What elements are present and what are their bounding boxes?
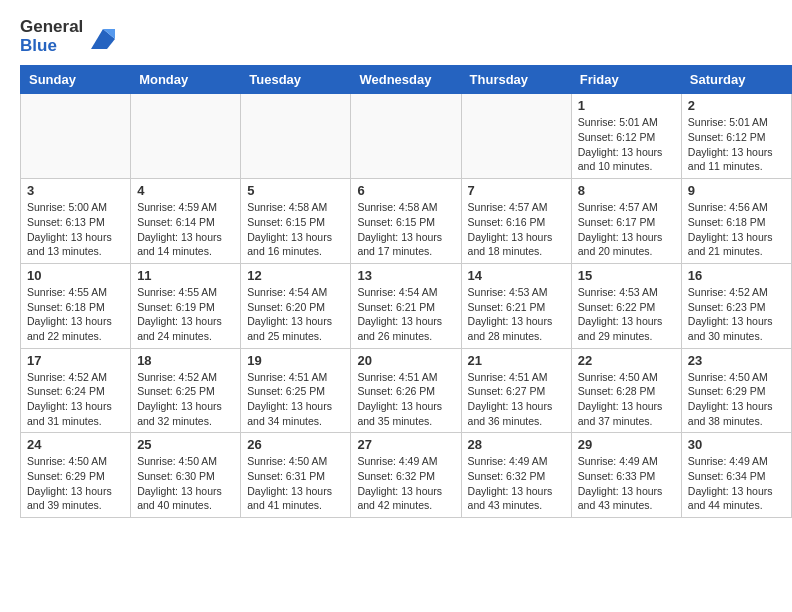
day-info: Sunrise: 4:56 AM Sunset: 6:18 PM Dayligh… bbox=[688, 200, 785, 259]
day-info: Sunrise: 4:51 AM Sunset: 6:26 PM Dayligh… bbox=[357, 370, 454, 429]
calendar-cell: 15Sunrise: 4:53 AM Sunset: 6:22 PM Dayli… bbox=[571, 263, 681, 348]
logo-general: General bbox=[20, 18, 83, 37]
logo-icon bbox=[87, 21, 119, 53]
calendar-week-1: 1Sunrise: 5:01 AM Sunset: 6:12 PM Daylig… bbox=[21, 94, 792, 179]
day-number: 25 bbox=[137, 437, 234, 452]
col-header-tuesday: Tuesday bbox=[241, 66, 351, 94]
day-info: Sunrise: 5:00 AM Sunset: 6:13 PM Dayligh… bbox=[27, 200, 124, 259]
logo: General Blue bbox=[20, 18, 119, 55]
calendar-cell: 5Sunrise: 4:58 AM Sunset: 6:15 PM Daylig… bbox=[241, 179, 351, 264]
calendar-cell: 26Sunrise: 4:50 AM Sunset: 6:31 PM Dayli… bbox=[241, 433, 351, 518]
calendar-cell bbox=[461, 94, 571, 179]
day-number: 10 bbox=[27, 268, 124, 283]
day-info: Sunrise: 4:50 AM Sunset: 6:29 PM Dayligh… bbox=[27, 454, 124, 513]
calendar-cell: 4Sunrise: 4:59 AM Sunset: 6:14 PM Daylig… bbox=[131, 179, 241, 264]
calendar-cell: 29Sunrise: 4:49 AM Sunset: 6:33 PM Dayli… bbox=[571, 433, 681, 518]
day-info: Sunrise: 4:53 AM Sunset: 6:21 PM Dayligh… bbox=[468, 285, 565, 344]
day-info: Sunrise: 4:57 AM Sunset: 6:16 PM Dayligh… bbox=[468, 200, 565, 259]
day-number: 19 bbox=[247, 353, 344, 368]
day-info: Sunrise: 4:49 AM Sunset: 6:33 PM Dayligh… bbox=[578, 454, 675, 513]
day-info: Sunrise: 4:49 AM Sunset: 6:32 PM Dayligh… bbox=[357, 454, 454, 513]
day-number: 27 bbox=[357, 437, 454, 452]
col-header-saturday: Saturday bbox=[681, 66, 791, 94]
day-number: 17 bbox=[27, 353, 124, 368]
day-info: Sunrise: 4:50 AM Sunset: 6:29 PM Dayligh… bbox=[688, 370, 785, 429]
day-number: 5 bbox=[247, 183, 344, 198]
calendar-cell: 10Sunrise: 4:55 AM Sunset: 6:18 PM Dayli… bbox=[21, 263, 131, 348]
day-info: Sunrise: 4:50 AM Sunset: 6:30 PM Dayligh… bbox=[137, 454, 234, 513]
calendar-cell: 2Sunrise: 5:01 AM Sunset: 6:12 PM Daylig… bbox=[681, 94, 791, 179]
day-info: Sunrise: 4:52 AM Sunset: 6:25 PM Dayligh… bbox=[137, 370, 234, 429]
calendar-table: SundayMondayTuesdayWednesdayThursdayFrid… bbox=[20, 65, 792, 518]
calendar-week-4: 17Sunrise: 4:52 AM Sunset: 6:24 PM Dayli… bbox=[21, 348, 792, 433]
calendar-cell: 6Sunrise: 4:58 AM Sunset: 6:15 PM Daylig… bbox=[351, 179, 461, 264]
calendar-cell: 18Sunrise: 4:52 AM Sunset: 6:25 PM Dayli… bbox=[131, 348, 241, 433]
day-info: Sunrise: 5:01 AM Sunset: 6:12 PM Dayligh… bbox=[688, 115, 785, 174]
day-info: Sunrise: 4:55 AM Sunset: 6:18 PM Dayligh… bbox=[27, 285, 124, 344]
day-info: Sunrise: 4:50 AM Sunset: 6:31 PM Dayligh… bbox=[247, 454, 344, 513]
calendar-header-row: SundayMondayTuesdayWednesdayThursdayFrid… bbox=[21, 66, 792, 94]
day-info: Sunrise: 4:49 AM Sunset: 6:32 PM Dayligh… bbox=[468, 454, 565, 513]
day-number: 7 bbox=[468, 183, 565, 198]
calendar-cell: 3Sunrise: 5:00 AM Sunset: 6:13 PM Daylig… bbox=[21, 179, 131, 264]
day-number: 21 bbox=[468, 353, 565, 368]
day-number: 29 bbox=[578, 437, 675, 452]
calendar-cell: 22Sunrise: 4:50 AM Sunset: 6:28 PM Dayli… bbox=[571, 348, 681, 433]
day-number: 13 bbox=[357, 268, 454, 283]
day-info: Sunrise: 4:54 AM Sunset: 6:21 PM Dayligh… bbox=[357, 285, 454, 344]
calendar-cell: 9Sunrise: 4:56 AM Sunset: 6:18 PM Daylig… bbox=[681, 179, 791, 264]
day-number: 9 bbox=[688, 183, 785, 198]
day-number: 24 bbox=[27, 437, 124, 452]
calendar-cell: 23Sunrise: 4:50 AM Sunset: 6:29 PM Dayli… bbox=[681, 348, 791, 433]
day-number: 26 bbox=[247, 437, 344, 452]
col-header-thursday: Thursday bbox=[461, 66, 571, 94]
calendar-cell: 8Sunrise: 4:57 AM Sunset: 6:17 PM Daylig… bbox=[571, 179, 681, 264]
day-info: Sunrise: 4:54 AM Sunset: 6:20 PM Dayligh… bbox=[247, 285, 344, 344]
day-info: Sunrise: 4:51 AM Sunset: 6:27 PM Dayligh… bbox=[468, 370, 565, 429]
calendar-cell: 27Sunrise: 4:49 AM Sunset: 6:32 PM Dayli… bbox=[351, 433, 461, 518]
calendar-cell: 28Sunrise: 4:49 AM Sunset: 6:32 PM Dayli… bbox=[461, 433, 571, 518]
day-info: Sunrise: 4:55 AM Sunset: 6:19 PM Dayligh… bbox=[137, 285, 234, 344]
calendar-wrapper: SundayMondayTuesdayWednesdayThursdayFrid… bbox=[0, 65, 792, 528]
calendar-cell: 30Sunrise: 4:49 AM Sunset: 6:34 PM Dayli… bbox=[681, 433, 791, 518]
calendar-cell: 19Sunrise: 4:51 AM Sunset: 6:25 PM Dayli… bbox=[241, 348, 351, 433]
day-info: Sunrise: 4:58 AM Sunset: 6:15 PM Dayligh… bbox=[247, 200, 344, 259]
calendar-cell: 12Sunrise: 4:54 AM Sunset: 6:20 PM Dayli… bbox=[241, 263, 351, 348]
calendar-cell: 21Sunrise: 4:51 AM Sunset: 6:27 PM Dayli… bbox=[461, 348, 571, 433]
day-number: 28 bbox=[468, 437, 565, 452]
calendar-cell: 14Sunrise: 4:53 AM Sunset: 6:21 PM Dayli… bbox=[461, 263, 571, 348]
calendar-cell: 24Sunrise: 4:50 AM Sunset: 6:29 PM Dayli… bbox=[21, 433, 131, 518]
day-info: Sunrise: 4:51 AM Sunset: 6:25 PM Dayligh… bbox=[247, 370, 344, 429]
day-info: Sunrise: 4:58 AM Sunset: 6:15 PM Dayligh… bbox=[357, 200, 454, 259]
day-number: 22 bbox=[578, 353, 675, 368]
calendar-cell: 13Sunrise: 4:54 AM Sunset: 6:21 PM Dayli… bbox=[351, 263, 461, 348]
page-header: General Blue bbox=[0, 0, 792, 65]
day-number: 14 bbox=[468, 268, 565, 283]
day-number: 6 bbox=[357, 183, 454, 198]
day-number: 30 bbox=[688, 437, 785, 452]
day-number: 12 bbox=[247, 268, 344, 283]
day-number: 20 bbox=[357, 353, 454, 368]
calendar-week-5: 24Sunrise: 4:50 AM Sunset: 6:29 PM Dayli… bbox=[21, 433, 792, 518]
day-info: Sunrise: 4:53 AM Sunset: 6:22 PM Dayligh… bbox=[578, 285, 675, 344]
col-header-sunday: Sunday bbox=[21, 66, 131, 94]
day-info: Sunrise: 5:01 AM Sunset: 6:12 PM Dayligh… bbox=[578, 115, 675, 174]
calendar-cell bbox=[21, 94, 131, 179]
col-header-friday: Friday bbox=[571, 66, 681, 94]
col-header-monday: Monday bbox=[131, 66, 241, 94]
day-info: Sunrise: 4:49 AM Sunset: 6:34 PM Dayligh… bbox=[688, 454, 785, 513]
calendar-cell bbox=[131, 94, 241, 179]
calendar-cell bbox=[351, 94, 461, 179]
day-number: 18 bbox=[137, 353, 234, 368]
calendar-cell: 1Sunrise: 5:01 AM Sunset: 6:12 PM Daylig… bbox=[571, 94, 681, 179]
day-info: Sunrise: 4:59 AM Sunset: 6:14 PM Dayligh… bbox=[137, 200, 234, 259]
day-info: Sunrise: 4:52 AM Sunset: 6:23 PM Dayligh… bbox=[688, 285, 785, 344]
calendar-cell: 11Sunrise: 4:55 AM Sunset: 6:19 PM Dayli… bbox=[131, 263, 241, 348]
day-info: Sunrise: 4:50 AM Sunset: 6:28 PM Dayligh… bbox=[578, 370, 675, 429]
day-number: 1 bbox=[578, 98, 675, 113]
day-number: 15 bbox=[578, 268, 675, 283]
calendar-cell bbox=[241, 94, 351, 179]
calendar-cell: 16Sunrise: 4:52 AM Sunset: 6:23 PM Dayli… bbox=[681, 263, 791, 348]
calendar-cell: 17Sunrise: 4:52 AM Sunset: 6:24 PM Dayli… bbox=[21, 348, 131, 433]
calendar-week-3: 10Sunrise: 4:55 AM Sunset: 6:18 PM Dayli… bbox=[21, 263, 792, 348]
